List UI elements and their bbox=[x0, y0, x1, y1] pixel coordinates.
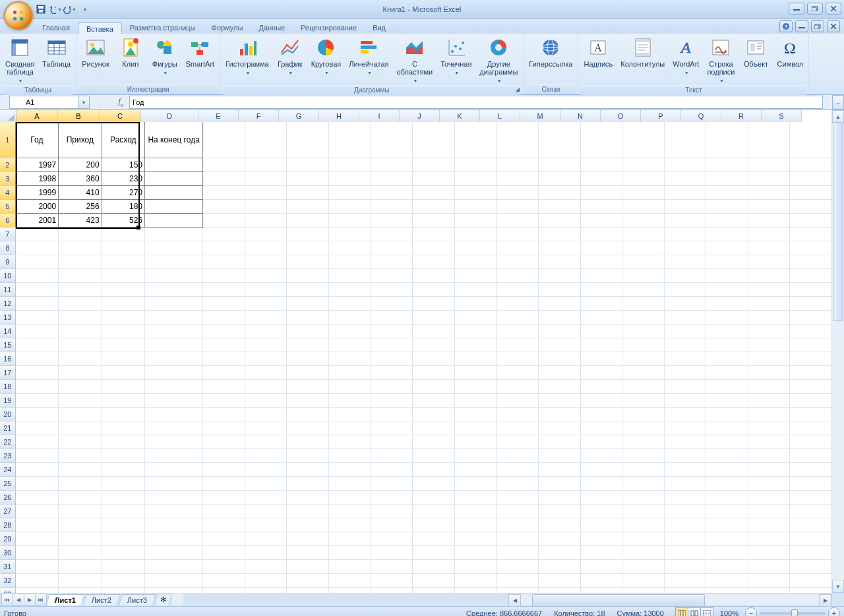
cell-N25[interactable] bbox=[581, 477, 623, 491]
cell-I10[interactable] bbox=[371, 269, 413, 283]
cell-M26[interactable] bbox=[539, 491, 581, 505]
cell-F24[interactable] bbox=[245, 463, 287, 477]
cell-B33[interactable] bbox=[59, 588, 102, 593]
cell-H5[interactable] bbox=[329, 200, 371, 214]
cell-F29[interactable] bbox=[245, 532, 287, 546]
first-sheet-button[interactable]: ⏮ bbox=[1, 594, 13, 605]
cell-S25[interactable] bbox=[790, 477, 832, 491]
cell-R20[interactable] bbox=[748, 408, 791, 421]
cell-L1[interactable] bbox=[497, 122, 539, 158]
cell-K32[interactable] bbox=[455, 574, 497, 588]
cell-B3[interactable]: 360 bbox=[58, 171, 102, 186]
cell-Q22[interactable] bbox=[706, 435, 748, 449]
cell-P13[interactable] bbox=[665, 311, 707, 324]
ribbon-btn-pivot[interactable]: Своднаятаблица▼ bbox=[3, 35, 37, 85]
cell-B25[interactable] bbox=[59, 477, 102, 491]
cell-A9[interactable] bbox=[16, 255, 59, 269]
ribbon-tab-разметка страницы[interactable]: Разметка страницы bbox=[122, 22, 204, 34]
cell-I16[interactable] bbox=[371, 352, 413, 366]
cell-P12[interactable] bbox=[665, 297, 707, 311]
column-header-B[interactable]: B bbox=[58, 110, 100, 123]
cell-B18[interactable] bbox=[59, 380, 102, 394]
cell-O22[interactable] bbox=[622, 435, 665, 449]
cell-Q6[interactable] bbox=[706, 214, 748, 228]
cell-M31[interactable] bbox=[539, 560, 581, 574]
cell-M17[interactable] bbox=[539, 366, 581, 380]
cell-N27[interactable] bbox=[581, 505, 623, 518]
vertical-scrollbar[interactable]: ▲ ▼ bbox=[831, 110, 844, 593]
cell-S26[interactable] bbox=[790, 491, 832, 505]
cell-J8[interactable] bbox=[413, 241, 455, 255]
cell-G1[interactable] bbox=[287, 122, 329, 158]
cell-O16[interactable] bbox=[622, 352, 665, 366]
cell-C17[interactable] bbox=[102, 366, 145, 380]
cell-K14[interactable] bbox=[455, 324, 497, 338]
cell-Q26[interactable] bbox=[706, 491, 748, 505]
cell-E33[interactable] bbox=[203, 588, 245, 593]
cell-L15[interactable] bbox=[497, 338, 539, 352]
cell-E14[interactable] bbox=[203, 324, 245, 338]
cell-R32[interactable] bbox=[748, 574, 791, 588]
cell-P10[interactable] bbox=[665, 269, 707, 283]
cell-M29[interactable] bbox=[539, 532, 581, 546]
select-all-button[interactable] bbox=[0, 110, 16, 123]
cell-H16[interactable] bbox=[329, 352, 371, 366]
cell-O29[interactable] bbox=[622, 532, 665, 546]
cell-S17[interactable] bbox=[790, 366, 832, 380]
cell-P5[interactable] bbox=[665, 200, 707, 214]
cell-B20[interactable] bbox=[59, 408, 102, 421]
cell-P30[interactable] bbox=[665, 546, 707, 560]
cell-G33[interactable] bbox=[287, 588, 329, 593]
cell-S27[interactable] bbox=[790, 505, 832, 518]
cell-D29[interactable] bbox=[145, 532, 203, 546]
cell-M5[interactable] bbox=[539, 200, 581, 214]
cell-F11[interactable] bbox=[245, 283, 287, 297]
cell-S22[interactable] bbox=[790, 435, 832, 449]
cell-F28[interactable] bbox=[245, 518, 287, 532]
cell-D9[interactable] bbox=[145, 255, 203, 269]
row-header-20[interactable]: 20 bbox=[0, 408, 16, 421]
row-header-8[interactable]: 8 bbox=[0, 241, 16, 255]
cell-A33[interactable] bbox=[16, 588, 59, 593]
cell-Q29[interactable] bbox=[706, 532, 748, 546]
cell-N22[interactable] bbox=[581, 435, 623, 449]
cell-S4[interactable] bbox=[790, 186, 832, 200]
cell-A1[interactable]: Год bbox=[15, 122, 59, 158]
cell-I30[interactable] bbox=[371, 546, 413, 560]
cell-F13[interactable] bbox=[245, 311, 287, 324]
cell-L24[interactable] bbox=[497, 463, 539, 477]
cell-Q32[interactable] bbox=[706, 574, 748, 588]
cell-S23[interactable] bbox=[790, 449, 832, 463]
workbook-minimize-button[interactable] bbox=[795, 20, 808, 32]
cell-N33[interactable] bbox=[581, 588, 623, 593]
cell-D8[interactable] bbox=[145, 241, 203, 255]
cell-D20[interactable] bbox=[145, 408, 203, 421]
cell-D32[interactable] bbox=[145, 574, 203, 588]
cell-J18[interactable] bbox=[413, 380, 455, 394]
cell-Q8[interactable] bbox=[706, 241, 748, 255]
cell-P28[interactable] bbox=[665, 518, 707, 532]
ribbon-btn-table[interactable]: Таблица bbox=[40, 35, 73, 68]
cell-S24[interactable] bbox=[790, 463, 832, 477]
cell-K4[interactable] bbox=[455, 186, 497, 200]
cell-D26[interactable] bbox=[145, 491, 203, 505]
cell-N18[interactable] bbox=[581, 380, 623, 394]
row-header-9[interactable]: 9 bbox=[0, 255, 16, 269]
cell-G12[interactable] bbox=[287, 297, 329, 311]
cell-B6[interactable]: 423 bbox=[58, 213, 102, 228]
cell-G17[interactable] bbox=[287, 366, 329, 380]
cell-O30[interactable] bbox=[622, 546, 665, 560]
cell-H2[interactable] bbox=[329, 158, 371, 172]
cell-D13[interactable] bbox=[145, 311, 203, 324]
cell-B21[interactable] bbox=[59, 421, 102, 435]
row-header-27[interactable]: 27 bbox=[0, 505, 16, 518]
cell-H19[interactable] bbox=[329, 394, 371, 408]
cell-D12[interactable] bbox=[145, 297, 203, 311]
cell-E32[interactable] bbox=[203, 574, 245, 588]
cell-M15[interactable] bbox=[539, 338, 581, 352]
cell-I2[interactable] bbox=[371, 158, 413, 172]
cell-I3[interactable] bbox=[371, 172, 413, 186]
cell-K22[interactable] bbox=[455, 435, 497, 449]
cell-R19[interactable] bbox=[748, 394, 791, 408]
cell-O32[interactable] bbox=[622, 574, 665, 588]
